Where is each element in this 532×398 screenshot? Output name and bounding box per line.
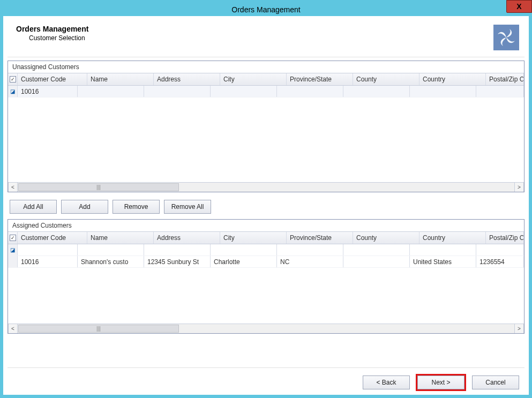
client-area: Orders Management Customer Selection Una…: [3, 16, 529, 395]
cell-country[interactable]: [410, 86, 476, 97]
next-button[interactable]: Next >: [417, 376, 464, 389]
cell-province[interactable]: NC: [277, 256, 343, 267]
remove-all-button[interactable]: Remove All: [164, 200, 211, 214]
header-checkbox-cell[interactable]: [8, 73, 18, 85]
cell-province[interactable]: [277, 86, 343, 97]
page-title: Orders Management: [16, 25, 88, 33]
cell-name[interactable]: Shannon's custo: [78, 256, 144, 267]
scroll-thumb[interactable]: |||: [18, 183, 179, 191]
cell-postal[interactable]: 1236554: [476, 256, 524, 267]
cell-province[interactable]: [277, 244, 343, 256]
scroll-thumb[interactable]: |||: [18, 325, 179, 333]
cell-postal[interactable]: [476, 244, 524, 256]
col-postal[interactable]: Postal/Zip C: [486, 232, 524, 244]
col-name[interactable]: Name: [87, 73, 154, 85]
unassigned-grid[interactable]: Customer Code Name Address City Province…: [8, 73, 524, 192]
scroll-track[interactable]: |||: [18, 183, 514, 192]
cell-county[interactable]: [343, 86, 410, 97]
table-row[interactable]: ◪ 10016: [8, 86, 524, 97]
transfer-buttons: Add All Add Remove Remove All: [8, 197, 524, 219]
cell-city[interactable]: Charlotte: [211, 256, 277, 267]
select-all-checkbox[interactable]: [10, 76, 16, 82]
cell-county[interactable]: [343, 244, 410, 256]
header-checkbox-cell[interactable]: [8, 232, 18, 244]
window-frame: Orders Management X Orders Management Cu…: [0, 0, 532, 398]
assigned-grid-header: Customer Code Name Address City Province…: [8, 231, 524, 244]
table-row[interactable]: 10016 Shannon's custo 12345 Sunbury St C…: [8, 256, 524, 268]
assigned-grid-body[interactable]: ◪ 10016 Shannon's custo 1: [8, 244, 524, 324]
assigned-panel: Assigned Customers Customer Code Name Ad…: [8, 219, 524, 334]
col-city[interactable]: City: [220, 73, 287, 85]
scroll-right-arrow-icon[interactable]: >: [514, 324, 524, 333]
wizard-footer: < Back Next > Cancel: [8, 367, 524, 389]
col-name[interactable]: Name: [87, 232, 154, 244]
cell-country[interactable]: [410, 244, 476, 256]
cell-address[interactable]: 12345 Sunbury St: [144, 256, 211, 267]
close-icon: X: [516, 2, 521, 11]
cell-postal[interactable]: [476, 86, 524, 97]
page-subtitle: Customer Selection: [29, 34, 88, 42]
header-divider: [8, 57, 524, 57]
cell-country[interactable]: United States: [410, 256, 476, 267]
scroll-right-arrow-icon[interactable]: >: [514, 183, 524, 192]
col-country[interactable]: Country: [419, 232, 486, 244]
cell-customer-code[interactable]: 10016: [18, 86, 78, 97]
assigned-grid[interactable]: Customer Code Name Address City Province…: [8, 231, 524, 333]
add-button[interactable]: Add: [61, 200, 108, 214]
col-country[interactable]: Country: [419, 73, 486, 85]
wizard-header: Orders Management Customer Selection: [8, 21, 524, 57]
window-title: Orders Management: [231, 5, 300, 14]
cell-address[interactable]: [144, 86, 211, 97]
col-province[interactable]: Province/State: [287, 73, 353, 85]
cell-name[interactable]: [78, 244, 144, 256]
close-button[interactable]: X: [506, 0, 532, 13]
unassigned-title: Unassigned Customers: [8, 61, 524, 73]
col-customer-code[interactable]: Customer Code: [18, 73, 87, 85]
remove-button[interactable]: Remove: [113, 200, 160, 214]
col-county[interactable]: County: [353, 232, 419, 244]
cancel-button[interactable]: Cancel: [472, 376, 519, 389]
col-address[interactable]: Address: [154, 232, 220, 244]
col-postal[interactable]: Postal/Zip C: [486, 73, 524, 85]
row-indicator-icon: [8, 256, 18, 267]
select-all-checkbox[interactable]: [10, 235, 16, 241]
app-logo: [493, 25, 519, 50]
cell-customer-code[interactable]: [18, 244, 78, 256]
header-text: Orders Management Customer Selection: [16, 25, 88, 42]
col-province[interactable]: Province/State: [287, 232, 353, 244]
col-address[interactable]: Address: [154, 73, 220, 85]
titlebar[interactable]: Orders Management X: [3, 3, 529, 16]
cell-customer-code[interactable]: 10016: [18, 256, 78, 267]
scroll-track[interactable]: |||: [18, 324, 514, 333]
pinwheel-icon: [496, 27, 517, 48]
assigned-title: Assigned Customers: [8, 220, 524, 231]
cell-city[interactable]: [211, 86, 277, 97]
unassigned-hscrollbar[interactable]: < ||| >: [8, 182, 524, 192]
scroll-left-arrow-icon[interactable]: <: [8, 183, 18, 192]
unassigned-grid-body[interactable]: ◪ 10016: [8, 86, 524, 182]
unassigned-panel: Unassigned Customers Customer Code Name …: [8, 61, 524, 192]
col-city[interactable]: City: [220, 232, 287, 244]
col-customer-code[interactable]: Customer Code: [18, 232, 87, 244]
unassigned-grid-header: Customer Code Name Address City Province…: [8, 73, 524, 86]
back-button[interactable]: < Back: [363, 376, 410, 389]
table-row[interactable]: ◪: [8, 244, 524, 256]
assigned-hscrollbar[interactable]: < ||| >: [8, 324, 524, 333]
cell-city[interactable]: [211, 244, 277, 256]
row-indicator-icon: ◪: [8, 86, 18, 97]
scroll-left-arrow-icon[interactable]: <: [8, 324, 18, 333]
cell-address[interactable]: [144, 244, 211, 256]
row-indicator-icon: ◪: [8, 244, 18, 256]
cell-county[interactable]: [343, 256, 410, 267]
col-county[interactable]: County: [353, 73, 419, 85]
add-all-button[interactable]: Add All: [10, 200, 57, 214]
cell-name[interactable]: [78, 86, 144, 97]
